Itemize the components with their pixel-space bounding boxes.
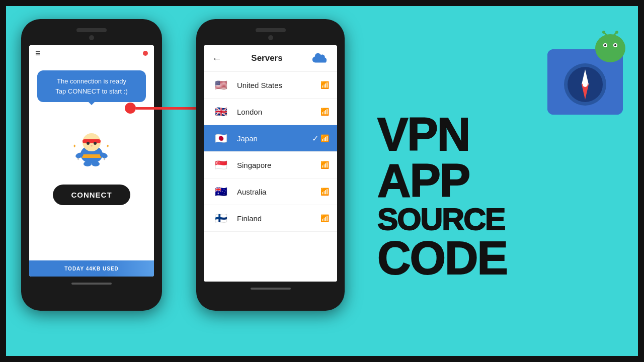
server-name-japan: Japan (237, 134, 312, 143)
connection-bubble: The connection is ready Tap CONNECT to s… (37, 70, 146, 102)
svg-point-22 (595, 34, 625, 62)
svg-rect-3 (83, 139, 101, 143)
home-indicator-left (71, 283, 112, 285)
svg-point-9 (84, 161, 92, 166)
flag-london: 🇬🇧 (212, 106, 230, 118)
flag-us: 🇺🇸 (212, 79, 230, 91)
svg-text:✦: ✦ (72, 143, 76, 149)
back-button[interactable]: ← (212, 53, 222, 64)
phone-left-camera (89, 35, 94, 40)
server-header: ← Servers (204, 45, 337, 72)
phone-left: ≡ The connection is ready Tap CONNECT to… (21, 19, 162, 311)
server-name-london: London (237, 108, 320, 116)
flag-australia: 🇦🇺 (212, 186, 230, 198)
home-indicator-right (251, 288, 291, 290)
cloud-icon (312, 51, 329, 65)
server-item-london[interactable]: 🇬🇧 London 📶 (204, 99, 337, 125)
flag-japan: 🇯🇵 (212, 132, 230, 144)
phone-left-screen: ≡ The connection is ready Tap CONNECT to… (29, 45, 154, 277)
main-content: The connection is ready Tap CONNECT to s… (29, 61, 154, 277)
connection-line1: The connection is ready (57, 77, 126, 85)
ninja-svg: ✦ ✦ ✦ ✦ (66, 120, 117, 170)
title-line-source: SOURCE (377, 204, 628, 235)
server-name-australia: Australia (237, 188, 320, 196)
signal-london: 📶 (320, 108, 329, 116)
signal-japan: 📶 (320, 134, 329, 142)
connection-line2: Tap CONNECT to start :) (55, 87, 128, 95)
right-side: VPN APP SOURCE CODE (367, 19, 638, 343)
svg-point-6 (91, 145, 93, 147)
server-name-us: United States (237, 81, 320, 89)
selected-checkmark: ✓ (312, 134, 318, 143)
phone-right-screen: ← Servers 🇺🇸 United States 📶 🇬🇧 London 📶… (204, 45, 337, 282)
arrow-line (136, 107, 199, 110)
android-studio-icon (532, 29, 633, 125)
flag-finland: 🇫🇮 (212, 212, 230, 224)
title-block: VPN APP SOURCE CODE (377, 111, 628, 281)
notification-dot (143, 51, 148, 56)
server-name-finland: Finland (237, 214, 320, 223)
svg-rect-1 (82, 154, 102, 158)
svg-point-25 (604, 44, 606, 46)
server-name-singapore: Singapore (237, 161, 320, 169)
data-used-label: TODAY 44KB USED (64, 266, 119, 272)
title-line-app: APP (377, 157, 628, 204)
svg-point-30 (615, 31, 618, 34)
signal-us: 📶 (320, 81, 329, 89)
android-mascot-area (532, 29, 633, 127)
menu-icon[interactable]: ≡ (35, 48, 41, 59)
server-item-singapore[interactable]: 🇸🇬 Singapore 📶 (204, 152, 337, 178)
svg-text:✦: ✦ (103, 157, 106, 161)
phone-right-camera (268, 35, 273, 40)
data-usage-bar: TODAY 44KB USED (29, 260, 154, 277)
phone-right: ← Servers 🇺🇸 United States 📶 🇬🇧 London 📶… (196, 19, 345, 311)
server-list: 🇺🇸 United States 📶 🇬🇧 London 📶 🇯🇵 Japan … (204, 72, 337, 282)
vpn-title: VPN APP SOURCE CODE (377, 111, 628, 281)
svg-point-21 (583, 82, 588, 87)
server-item-finland[interactable]: 🇫🇮 Finland 📶 (204, 205, 337, 232)
signal-finland: 📶 (320, 214, 329, 222)
svg-text:✦: ✦ (76, 157, 80, 161)
status-bar: ≡ (29, 45, 154, 61)
title-line-code: CODE (377, 235, 628, 281)
ninja-mascot: ✦ ✦ ✦ ✦ (66, 120, 117, 170)
signal-australia: 📶 (320, 188, 329, 196)
phone-right-speaker (256, 28, 286, 32)
svg-text:✦: ✦ (106, 143, 110, 149)
server-item-us[interactable]: 🇺🇸 United States 📶 (204, 72, 337, 99)
server-title: Servers (251, 53, 282, 63)
server-item-japan[interactable]: 🇯🇵 Japan ✓ 📶 (204, 125, 337, 152)
svg-point-10 (92, 161, 100, 166)
flag-singapore: 🇸🇬 (212, 159, 230, 171)
svg-point-4 (87, 142, 90, 145)
server-item-australia[interactable]: 🇦🇺 Australia 📶 (204, 178, 337, 205)
svg-point-26 (614, 44, 616, 46)
svg-point-29 (602, 31, 605, 34)
arrow-circle (125, 103, 136, 114)
svg-point-5 (94, 142, 97, 145)
signal-singapore: 📶 (320, 161, 329, 169)
connect-button[interactable]: CONNECT (53, 185, 130, 205)
phone-left-speaker (76, 28, 107, 32)
